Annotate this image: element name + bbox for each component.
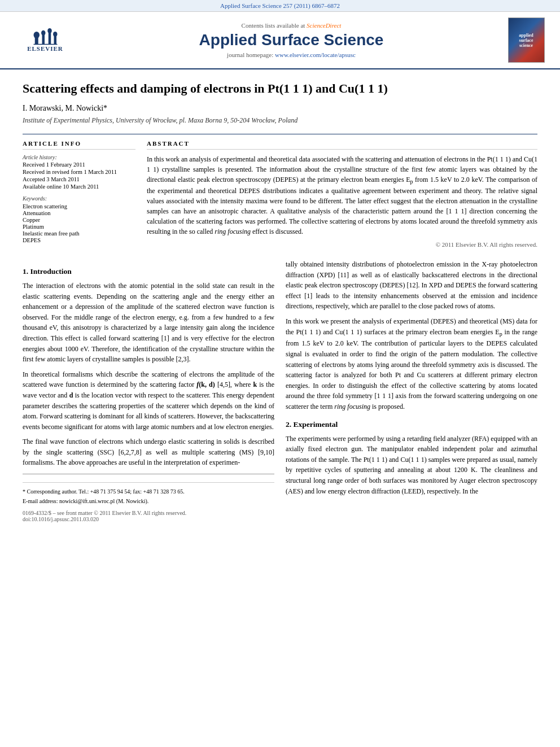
sciencedirect-link[interactable]: ScienceDirect [307, 22, 341, 29]
footnotes-divider [23, 482, 274, 483]
authors-line: I. Morawski, M. Nowicki* [23, 104, 537, 113]
body-column-left: 1. Introduction The interaction of elect… [23, 259, 274, 522]
svg-point-5 [47, 28, 52, 33]
elsevier-logo: ELSEVIER [20, 28, 71, 53]
journal-citation-bar: Applied Surface Science 257 (2011) 6867–… [0, 0, 560, 12]
keyword-4: Platinum [23, 224, 135, 230]
keywords-section: Keywords: Electron scattering Attenuatio… [23, 195, 135, 243]
svg-point-3 [41, 30, 46, 36]
keywords-label: Keywords: [23, 195, 135, 202]
elsevier-label: ELSEVIER [27, 45, 63, 52]
journal-homepage-line: journal homepage: www.elsevier.com/locat… [79, 51, 504, 58]
journal-title-area: Contents lists available at ScienceDirec… [79, 22, 504, 58]
footer-issn: 0169-4332/$ – see front matter © 2011 El… [23, 510, 274, 522]
homepage-url[interactable]: www.elsevier.com/locate/apsusc [275, 51, 356, 58]
abstract-text: In this work an analysis of experimental… [147, 154, 537, 237]
section1-heading: 1. Introduction [23, 267, 274, 276]
received-date: Received 1 February 2011 [23, 161, 135, 168]
article-history-section: Article history: Received 1 February 201… [23, 154, 135, 190]
copyright-line: © 2011 Elsevier B.V. All rights reserved… [147, 241, 537, 248]
svg-rect-4 [48, 33, 51, 45]
affiliation-line: Institute of Experimental Physics, Unive… [23, 116, 537, 125]
abstract-header: ABSTRACT [147, 140, 537, 150]
section1-right-para1: tally obtained intensity distributions o… [286, 259, 537, 312]
keyword-3: Copper [23, 217, 135, 223]
cover-thumbnail: applied surface science [508, 18, 545, 63]
journal-citation: Applied Surface Science 257 (2011) 6867–… [220, 2, 340, 9]
body-column-right: tally obtained intensity distributions o… [286, 259, 537, 522]
article-title: Scattering effects and damping of electr… [23, 81, 537, 97]
section1-para1: The interaction of electrons with the at… [23, 281, 274, 365]
svg-point-1 [33, 32, 40, 38]
section1-right-para2: In this work we present the analysis of … [286, 316, 537, 412]
svg-rect-2 [42, 34, 45, 44]
keyword-5: Inelastic mean free path [23, 230, 135, 237]
paper-content: Scattering effects and damping of electr… [0, 69, 560, 534]
keyword-6: DEPES [23, 237, 135, 243]
history-label: Article history: [23, 154, 135, 160]
elsevier-tree-icon [33, 28, 58, 45]
section2-para1: The experiments were performed by using … [286, 434, 537, 497]
abstract-column: ABSTRACT In this work an analysis of exp… [147, 140, 537, 248]
section1-para3: The final wave function of electrons whi… [23, 436, 274, 468]
corresponding-author-note: * Corresponding author. Tel.: +48 71 375… [23, 487, 274, 496]
available-date: Available online 10 March 2011 [23, 184, 135, 190]
revised-date: Received in revised form 1 March 2011 [23, 169, 135, 175]
journal-cover-image: applied surface science [504, 18, 549, 63]
elsevier-logo-area: ELSEVIER [11, 28, 79, 53]
email-note: E-mail address: nowicki@ift.uni.wroc.pl … [23, 497, 274, 505]
article-info-column: ARTICLE INFO Article history: Received 1… [23, 140, 135, 248]
accepted-date: Accepted 3 March 2011 [23, 176, 135, 182]
contents-line: Contents lists available at ScienceDirec… [79, 22, 504, 29]
keyword-2: Attenuation [23, 210, 135, 216]
section2-heading: 2. Experimental [286, 420, 537, 429]
article-info-header: ARTICLE INFO [23, 140, 135, 150]
article-info-abstract-section: ARTICLE INFO Article history: Received 1… [23, 134, 537, 248]
journal-header: ELSEVIER Contents lists available at Sci… [0, 12, 560, 69]
section1-para2: In theoretical formalisms which describe… [23, 369, 274, 433]
keyword-1: Electron scattering [23, 203, 135, 209]
svg-rect-6 [54, 36, 56, 45]
footnotes-section: * Corresponding author. Tel.: +48 71 375… [23, 474, 274, 505]
body-columns: 1. Introduction The interaction of elect… [23, 259, 537, 522]
svg-point-7 [53, 32, 58, 37]
journal-name: Applied Surface Science [79, 31, 504, 49]
